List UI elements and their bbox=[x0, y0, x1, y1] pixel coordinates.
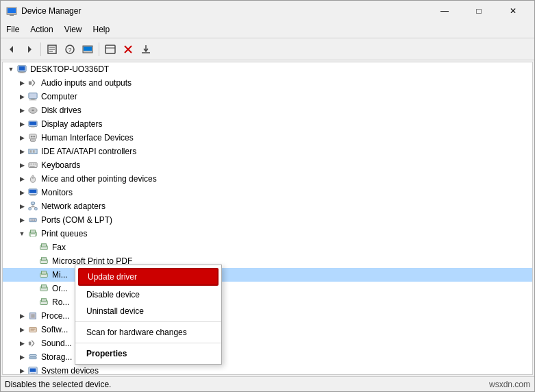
proc-expand-icon: ▶ bbox=[16, 310, 27, 321]
show-hidden-button[interactable] bbox=[102, 41, 119, 58]
svg-rect-11 bbox=[84, 47, 92, 51]
toolbar: ? bbox=[1, 38, 534, 60]
svg-rect-74 bbox=[31, 314, 34, 317]
svg-line-55 bbox=[33, 206, 36, 208]
window-icon bbox=[6, 5, 17, 16]
svg-rect-72 bbox=[42, 299, 47, 302]
context-menu-scan[interactable]: Scan for hardware changes bbox=[75, 324, 221, 341]
svg-rect-47 bbox=[29, 190, 37, 193]
update-driver-button[interactable]: ? bbox=[62, 41, 78, 58]
tree-item-mice[interactable]: ▶ Mice and other pointing devices bbox=[3, 172, 532, 186]
display-label: Display adapters bbox=[41, 119, 102, 129]
svg-point-57 bbox=[31, 219, 32, 221]
svg-rect-68 bbox=[42, 271, 47, 274]
svg-rect-24 bbox=[29, 99, 37, 100]
network-expand-icon: ▶ bbox=[16, 201, 27, 212]
svg-rect-28 bbox=[29, 122, 37, 125]
menu-file[interactable]: File bbox=[1, 23, 25, 36]
menu-bar: File Action View Help bbox=[1, 21, 534, 38]
tree-root[interactable]: ▼ DESKTOP-UO336DT bbox=[3, 62, 532, 76]
download-button[interactable] bbox=[138, 41, 154, 58]
window-title: Device Manager bbox=[21, 6, 429, 16]
mice-icon bbox=[27, 173, 38, 184]
tree-item-audio[interactable]: ▶ Audio inputs and outputs bbox=[3, 76, 532, 90]
maximize-button[interactable]: □ bbox=[463, 1, 495, 21]
printqueues-expand-icon: ▼ bbox=[16, 228, 27, 239]
svg-point-59 bbox=[34, 219, 36, 221]
svg-rect-42 bbox=[30, 166, 35, 167]
audio-label: Audio inputs and outputs bbox=[41, 78, 132, 88]
keyboards-icon bbox=[27, 160, 38, 171]
root-label: DESKTOP-UO336DT bbox=[30, 64, 109, 74]
tree-item-ide[interactable]: ▶ IDE ATA/ATAPI controllers bbox=[3, 145, 532, 158]
tree-item-keyboards[interactable]: ▶ Keyboards bbox=[3, 158, 532, 172]
tree-item-hid[interactable]: ▶ Human Interface Devices bbox=[3, 131, 532, 145]
system-label: System devices bbox=[41, 366, 99, 375]
menu-help[interactable]: Help bbox=[88, 23, 116, 36]
svg-rect-50 bbox=[31, 202, 34, 205]
svg-rect-23 bbox=[31, 99, 34, 100]
display-icon bbox=[27, 119, 38, 130]
root-computer-icon bbox=[16, 64, 27, 75]
tree-item-display[interactable]: ▶ Display adapters bbox=[3, 117, 532, 131]
minimize-button[interactable]: — bbox=[429, 1, 460, 21]
hid-label: Human Interface Devices bbox=[41, 133, 134, 143]
svg-rect-79 bbox=[29, 355, 37, 357]
tree-item-monitors[interactable]: ▶ Monitors bbox=[3, 186, 532, 199]
context-menu-uninstall[interactable]: Uninstall device bbox=[75, 303, 221, 319]
svg-rect-70 bbox=[42, 285, 47, 288]
system-expand-icon: ▶ bbox=[16, 365, 27, 375]
svg-rect-3 bbox=[10, 14, 14, 16]
close-button[interactable]: ✕ bbox=[497, 1, 529, 21]
menu-view[interactable]: View bbox=[59, 23, 88, 36]
context-menu-disable[interactable]: Disable device bbox=[75, 286, 221, 303]
context-menu-update-driver[interactable]: Update driver bbox=[78, 268, 219, 286]
status-text: Disables the selected device. bbox=[5, 380, 489, 389]
svg-rect-82 bbox=[30, 369, 36, 372]
fax-label: Fax bbox=[52, 243, 66, 252]
tree-item-network[interactable]: ▶ Network adapters bbox=[3, 199, 532, 213]
svg-rect-22 bbox=[29, 93, 37, 99]
svg-line-54 bbox=[30, 206, 33, 208]
toolbar-separator-1 bbox=[40, 42, 41, 56]
ro-label: Ro... bbox=[52, 297, 69, 307]
svg-rect-75 bbox=[29, 328, 37, 332]
device-tree[interactable]: ▼ DESKTOP-UO336DT ▶ bbox=[2, 62, 533, 375]
tree-item-system[interactable]: ▶ System devices bbox=[3, 364, 532, 375]
tree-item-printqueues[interactable]: ▼ Print queues bbox=[3, 227, 532, 241]
printqueues-label: Print queues bbox=[41, 229, 87, 238]
or-label: Or... bbox=[52, 284, 68, 293]
tree-item-disk[interactable]: ▶ Disk drives bbox=[3, 103, 532, 117]
tree-item-fax[interactable]: ▶ Fax bbox=[3, 241, 532, 254]
menu-action[interactable]: Action bbox=[25, 23, 58, 36]
properties-button[interactable] bbox=[44, 41, 60, 58]
svg-rect-39 bbox=[31, 163, 32, 164]
svg-rect-78 bbox=[29, 341, 32, 345]
tree-item-computer[interactable]: ▶ Computer bbox=[3, 90, 532, 103]
back-button[interactable] bbox=[3, 41, 20, 58]
ports-label: Ports (COM & LPT) bbox=[41, 215, 112, 225]
tree-item-ports[interactable]: ▶ Ports (COM & LPT) bbox=[3, 213, 532, 227]
scan-button[interactable] bbox=[79, 41, 96, 58]
network-icon bbox=[27, 201, 38, 212]
monitors-label: Monitors bbox=[41, 188, 73, 197]
svg-point-58 bbox=[32, 219, 34, 221]
audio-icon bbox=[27, 77, 38, 88]
soft-label: Softw... bbox=[41, 325, 68, 334]
svg-rect-51 bbox=[29, 208, 32, 210]
disable-button[interactable] bbox=[120, 41, 136, 58]
window-controls: — □ ✕ bbox=[429, 1, 529, 21]
forward-button[interactable] bbox=[21, 41, 38, 58]
device-manager-window: Device Manager — □ ✕ File Action View He… bbox=[0, 0, 535, 392]
svg-rect-30 bbox=[29, 134, 37, 139]
monitors-icon bbox=[27, 187, 38, 198]
computer-label: Computer bbox=[41, 92, 77, 101]
root-expand-icon: ▼ bbox=[5, 64, 16, 75]
storage-icon bbox=[27, 352, 38, 363]
content-area: ▼ DESKTOP-UO336DT ▶ bbox=[1, 60, 534, 376]
svg-point-31 bbox=[31, 136, 33, 138]
proc-icon bbox=[27, 310, 38, 321]
svg-rect-49 bbox=[30, 195, 36, 196]
context-menu: Update driver Disable device Uninstall d… bbox=[75, 265, 222, 365]
context-menu-properties[interactable]: Properties bbox=[75, 345, 221, 362]
